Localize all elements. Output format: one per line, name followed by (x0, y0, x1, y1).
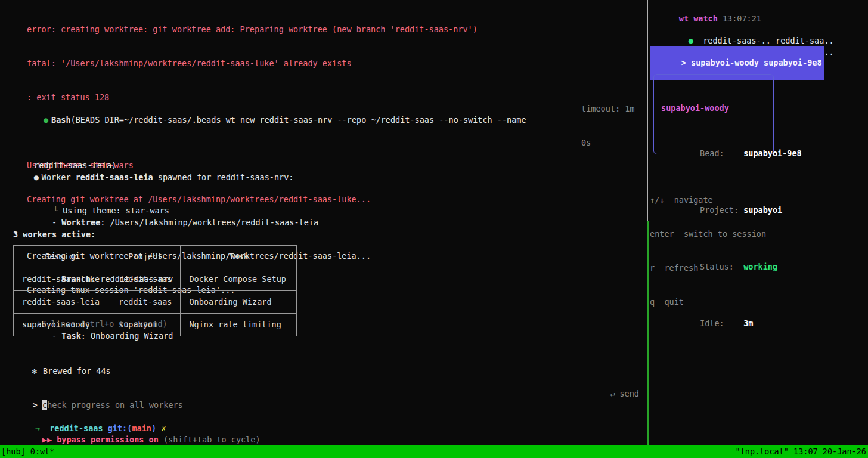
table-row: supabyoi-woody supabyoi Nginx rate limit… (14, 314, 297, 336)
spinner-star-icon: ✻ (32, 366, 37, 376)
tool-bullet-icon: ● (44, 114, 51, 126)
col-header-session: Session (14, 246, 110, 268)
tool-name: Bash (51, 115, 71, 125)
tmux-status-bar: [hub] 0:wt* "lnp.local" 13:07 20-Jan-26 (0, 445, 868, 458)
worker-bullet-icon: ● (34, 172, 42, 183)
send-hint: ↵ send (610, 388, 639, 400)
watch-title: wt watch (679, 14, 718, 23)
table-row: reddit-saas-leia reddit-saas Onboarding … (14, 291, 297, 314)
table-header-row: Session Project Task (14, 246, 297, 268)
tmux-host-clock: "lnp.local" 13:07 20-Jan-26 (736, 446, 866, 457)
workers-table: Session Project Task reddit-saas-luke re… (13, 245, 297, 336)
pane-divider-bottom[interactable] (647, 221, 649, 445)
mode-text: bypass permissions on (57, 435, 159, 444)
help-hints: ↑/↓navigate enterswitch to session rrefr… (650, 172, 766, 330)
help-row: ↑/↓navigate (650, 194, 766, 206)
tmux-session-window[interactable]: [hub] 0:wt* (1, 446, 54, 457)
help-row: qquit (650, 296, 766, 308)
input-prompt-icon: > (33, 400, 38, 410)
input-text[interactable]: heck progress on all workers (47, 400, 183, 410)
watch-time: 13:07:21 (723, 14, 761, 23)
error-line: fatal: '/Users/lakshminp/worktrees/reddi… (27, 58, 478, 69)
error-line: error: creating worktree: git worktree a… (27, 24, 478, 35)
brewed-text: Brewed for 44s (37, 366, 111, 376)
bash-command-line1: (BEADS_DIR=~/reddit-saas/.beads wt new r… (71, 115, 526, 125)
watch-pane: wt watch 13:07:21 ● reddit-saas-.. reddi… (650, 0, 868, 445)
col-header-task: Task (181, 246, 297, 268)
pane-divider-top[interactable] (647, 0, 648, 221)
input-top-rule (0, 380, 647, 380)
left-pane: error: creating worktree: git worktree a… (0, 0, 647, 445)
mode-hint: (shift+tab to cycle) (163, 435, 261, 444)
selection-marker-icon: > (681, 58, 686, 67)
col-header-project: Project (110, 246, 181, 268)
workers-active-heading: 3 workers active: (13, 229, 95, 240)
brewed-status: ✻Brewed for 44s (3, 354, 111, 388)
selected-session-bead: supabyoi-9e8 (764, 58, 822, 67)
detail-field-row: Bead:supabyoi-9e8 (661, 137, 773, 171)
table-row: reddit-saas-luke reddit-saas Docker Comp… (14, 268, 297, 291)
help-row: rrefresh (650, 262, 766, 274)
detail-title: supabyoi-woody (661, 103, 773, 114)
timeout-info: timeout: 1m 0s (581, 81, 634, 171)
input-cursor: c (42, 400, 47, 410)
input-bottom-rule (0, 407, 647, 407)
session-detail-card: supabyoi-woody Bead:supabyoi-9e8 Project… (653, 74, 774, 154)
selected-session-name: supabyoi-woody (691, 58, 759, 67)
worker-name: reddit-saas-leia (76, 172, 153, 182)
terminal-screen: error: creating worktree: git worktree a… (0, 0, 868, 458)
help-row: enterswitch to session (650, 228, 766, 240)
mode-marker-icon: ▶▶ (42, 435, 52, 444)
